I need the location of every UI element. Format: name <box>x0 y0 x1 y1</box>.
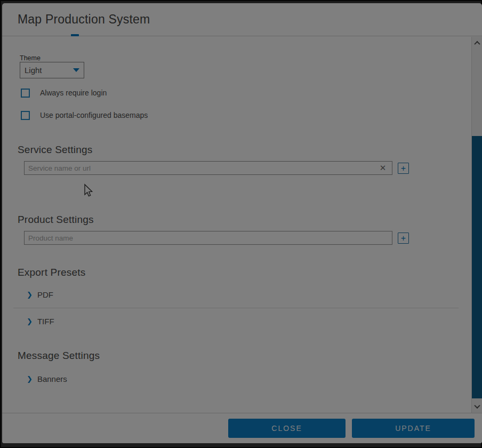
vertical-scrollbar[interactable] <box>471 37 482 413</box>
screen: Map Production System Theme Light Always… <box>0 0 482 448</box>
product-name-input[interactable] <box>24 231 392 245</box>
caret-down-icon <box>73 68 79 72</box>
checkbox-label: Use portal-configured basemaps <box>40 111 148 119</box>
map-production-system-dialog: Map Production System Theme Light Always… <box>2 3 482 443</box>
scrollbar-thumb[interactable] <box>472 136 482 398</box>
theme-select[interactable]: Light <box>20 62 84 78</box>
message-banners-row[interactable]: ❯ Banners <box>27 373 67 384</box>
always-require-login-checkbox[interactable] <box>21 89 30 98</box>
product-settings-heading: Product Settings <box>18 214 94 226</box>
close-button[interactable]: CLOSE <box>228 419 346 438</box>
export-preset-tiff-row[interactable]: ❯ TIFF <box>27 316 54 326</box>
collapse-row-label: Banners <box>37 374 67 383</box>
service-settings-heading: Service Settings <box>18 144 93 156</box>
collapse-row-label: PDF <box>37 290 53 299</box>
add-service-button[interactable]: + <box>398 163 409 174</box>
checkbox-row-portal-basemaps: Use portal-configured basemaps <box>21 110 148 120</box>
mouse-cursor-icon <box>83 183 94 198</box>
theme-label: Theme <box>20 54 41 62</box>
row-divider <box>13 308 459 308</box>
export-presets-heading: Export Presets <box>18 267 85 278</box>
use-portal-basemaps-checkbox[interactable] <box>21 111 30 120</box>
dialog-title: Map Production System <box>18 12 150 27</box>
add-product-button[interactable]: + <box>398 233 409 244</box>
checkbox-row-always-require-login: Always require login <box>21 88 107 98</box>
scrolled-element-peek <box>71 34 79 36</box>
dialog-footer: CLOSE UPDATE <box>2 413 482 443</box>
chevron-right-icon: ❯ <box>27 375 33 382</box>
export-preset-pdf-row[interactable]: ❯ PDF <box>27 289 53 300</box>
scroll-down-icon[interactable] <box>472 401 482 412</box>
service-name-input[interactable] <box>24 161 392 175</box>
message-settings-heading: Message Settings <box>18 350 100 362</box>
scroll-up-icon[interactable] <box>472 38 482 49</box>
theme-select-value: Light <box>25 66 73 75</box>
chevron-right-icon: ❯ <box>27 291 33 298</box>
dialog-header: Map Production System <box>2 3 482 36</box>
collapse-row-label: TIFF <box>37 317 54 326</box>
chevron-right-icon: ❯ <box>27 318 33 325</box>
checkbox-label: Always require login <box>40 89 107 97</box>
update-button[interactable]: UPDATE <box>352 419 475 438</box>
clear-x-icon[interactable]: ✕ <box>377 163 388 173</box>
